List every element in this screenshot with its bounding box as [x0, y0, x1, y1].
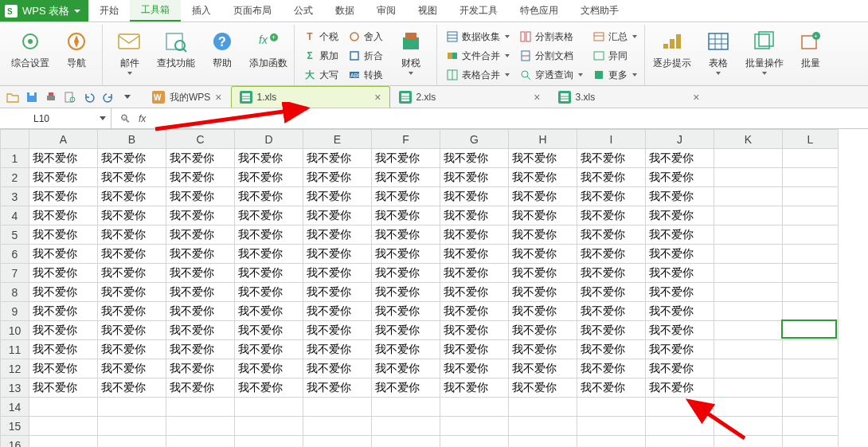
mail-button[interactable]: 邮件 — [109, 28, 151, 75]
cell[interactable]: 我不爱你 — [303, 302, 372, 321]
cell[interactable]: 我不爱你 — [235, 187, 303, 206]
row-header[interactable]: 16 — [1, 436, 29, 448]
cell[interactable] — [372, 436, 440, 448]
cell[interactable]: 我不爱你 — [29, 245, 98, 264]
column-header[interactable]: C — [166, 130, 235, 149]
cell[interactable] — [783, 225, 839, 245]
cell[interactable] — [303, 436, 372, 448]
cell[interactable] — [714, 206, 783, 225]
cell[interactable]: 我不爱你 — [235, 225, 303, 245]
cell[interactable]: 我不爱你 — [440, 321, 509, 340]
menu-tab-5[interactable]: 数据 — [324, 0, 366, 22]
cell[interactable] — [509, 436, 577, 448]
fold-button[interactable]: 折合 — [346, 47, 385, 65]
sum-button[interactable]: Σ累加 — [301, 47, 341, 65]
cell[interactable]: 我不爱你 — [509, 149, 577, 168]
cell[interactable]: 我不爱你 — [509, 321, 577, 340]
cell[interactable]: 我不爱你 — [166, 187, 235, 206]
cell[interactable] — [29, 436, 98, 448]
row-header[interactable]: 11 — [1, 340, 29, 359]
cell[interactable]: 我不爱你 — [440, 225, 509, 245]
cell[interactable] — [783, 378, 839, 398]
cell[interactable]: 我不爱你 — [577, 264, 646, 283]
cell[interactable]: 我不爱你 — [646, 245, 714, 264]
cell[interactable] — [98, 398, 166, 417]
cell[interactable]: 我不爱你 — [509, 283, 577, 302]
cell[interactable]: 我不爱你 — [166, 245, 235, 264]
cell[interactable] — [440, 417, 509, 436]
cell[interactable]: 我不爱你 — [440, 245, 509, 264]
cell[interactable]: 我不爱你 — [440, 302, 509, 321]
menu-tab-7[interactable]: 视图 — [407, 0, 448, 22]
cell[interactable]: 我不爱你 — [509, 187, 577, 206]
cell[interactable]: 我不爱你 — [509, 168, 577, 187]
cell[interactable]: 我不爱你 — [372, 225, 440, 245]
fx-label[interactable]: fx — [139, 113, 146, 124]
step-hint-button[interactable]: 逐步提示 — [651, 28, 693, 70]
cell[interactable]: 我不爱你 — [440, 283, 509, 302]
cell[interactable]: 我不爱你 — [29, 264, 98, 283]
row-header[interactable]: 1 — [1, 149, 29, 168]
menu-tab-1[interactable]: 工具箱 — [130, 0, 181, 22]
row-header[interactable]: 12 — [1, 359, 29, 378]
cell[interactable]: 我不爱你 — [646, 321, 714, 340]
cell[interactable]: 我不爱你 — [577, 321, 646, 340]
cell[interactable]: 我不爱你 — [98, 206, 166, 225]
cell[interactable]: 我不爱你 — [29, 321, 98, 340]
cell[interactable]: 我不爱你 — [646, 225, 714, 245]
cell[interactable]: 我不爱你 — [577, 378, 646, 398]
cell[interactable] — [646, 398, 714, 417]
cell[interactable]: 我不爱你 — [509, 378, 577, 398]
cell[interactable]: 我不爱你 — [372, 245, 440, 264]
help-button[interactable]: ? 帮助 — [201, 28, 243, 70]
cell[interactable] — [98, 436, 166, 448]
cell[interactable]: 我不爱你 — [166, 225, 235, 245]
cell[interactable]: 我不爱你 — [440, 340, 509, 359]
tab-close-button[interactable]: × — [374, 91, 381, 104]
cell[interactable] — [577, 436, 646, 448]
row-header[interactable]: 14 — [1, 398, 29, 417]
cell[interactable]: 我不爱你 — [509, 206, 577, 225]
name-box[interactable]: L10 — [0, 108, 111, 128]
qat-more-button[interactable] — [119, 88, 136, 106]
cell[interactable]: 我不爱你 — [166, 302, 235, 321]
cell[interactable]: 我不爱你 — [577, 168, 646, 187]
cell[interactable]: 我不爱你 — [235, 245, 303, 264]
summary-button[interactable]: 汇总 — [590, 28, 639, 45]
cell[interactable]: 我不爱你 — [98, 245, 166, 264]
menu-tab-6[interactable]: 审阅 — [366, 0, 407, 22]
split-doc-button[interactable]: 分割文档 — [517, 47, 585, 65]
cell[interactable] — [714, 359, 783, 378]
formula-input[interactable] — [154, 108, 868, 128]
cell[interactable] — [714, 225, 783, 245]
cell[interactable]: 我不爱你 — [235, 283, 303, 302]
cell[interactable] — [235, 398, 303, 417]
cell[interactable]: 我不爱你 — [509, 264, 577, 283]
file-merge-button[interactable]: 文件合并 — [444, 47, 512, 65]
cell[interactable]: 我不爱你 — [440, 168, 509, 187]
cell[interactable]: 我不爱你 — [29, 302, 98, 321]
cell[interactable] — [783, 302, 839, 321]
cell[interactable]: 我不爱你 — [235, 378, 303, 398]
cell[interactable]: 我不爱你 — [372, 302, 440, 321]
cell[interactable]: 我不爱你 — [166, 359, 235, 378]
cell[interactable]: 我不爱你 — [166, 149, 235, 168]
menu-tab-8[interactable]: 开发工具 — [448, 0, 509, 22]
cell[interactable]: 我不爱你 — [577, 187, 646, 206]
cell[interactable]: 我不爱你 — [303, 340, 372, 359]
column-header[interactable]: A — [29, 130, 98, 149]
cell[interactable] — [646, 436, 714, 448]
cell[interactable]: 我不爱你 — [577, 283, 646, 302]
cell[interactable]: 我不爱你 — [29, 378, 98, 398]
cell[interactable]: 我不爱你 — [577, 206, 646, 225]
row-header[interactable]: 8 — [1, 283, 29, 302]
find-feature-button[interactable]: 查找功能 — [155, 28, 197, 70]
cell[interactable]: 我不爱你 — [509, 302, 577, 321]
cell[interactable] — [714, 187, 783, 206]
row-header[interactable]: 15 — [1, 417, 29, 436]
cell[interactable]: 我不爱你 — [646, 264, 714, 283]
menu-tab-10[interactable]: 文档助手 — [569, 0, 630, 22]
cell[interactable]: 我不爱你 — [303, 187, 372, 206]
column-header[interactable]: J — [646, 130, 714, 149]
cell[interactable]: 我不爱你 — [440, 206, 509, 225]
